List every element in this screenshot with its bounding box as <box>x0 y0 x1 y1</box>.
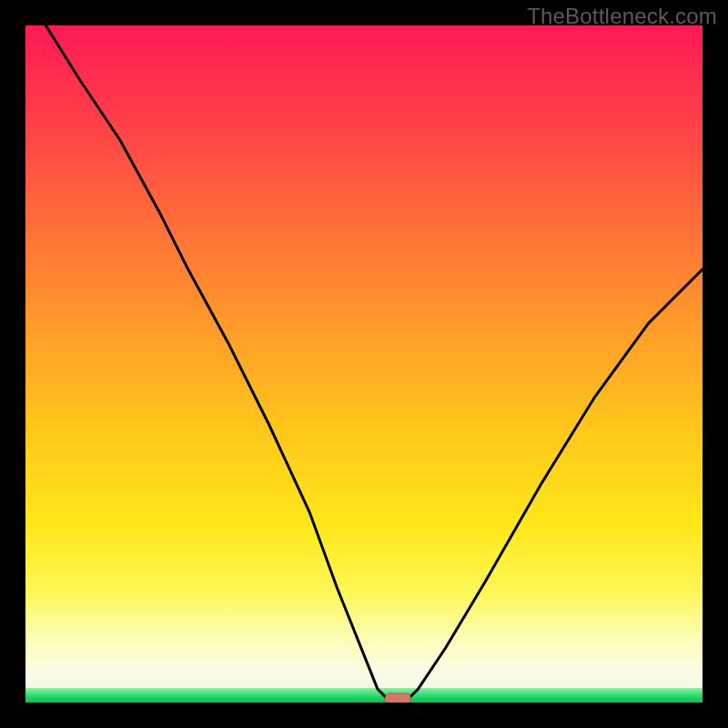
bottleneck-marker <box>385 693 410 703</box>
bottleneck-curve <box>46 25 703 703</box>
chart-frame: TheBottleneck.com <box>0 0 728 728</box>
curve-svg <box>25 25 703 703</box>
plot-area <box>25 25 703 703</box>
watermark-text: TheBottleneck.com <box>527 4 717 29</box>
